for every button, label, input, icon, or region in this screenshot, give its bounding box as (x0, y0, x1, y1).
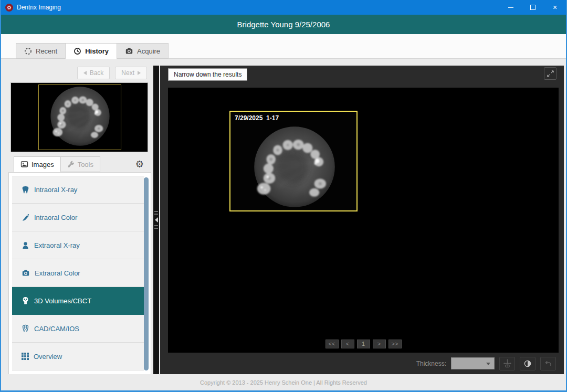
pan-eye-icon (503, 359, 512, 368)
left-panel: Back Next (6, 65, 152, 377)
ct-axial-image (253, 125, 337, 211)
category-list: Intraoral X-ray Intraoral Color Extraora… (8, 172, 151, 377)
undo-button[interactable] (540, 357, 556, 370)
category-extraoral-color[interactable]: Extraoral Color (12, 259, 144, 287)
expand-arrows-icon (547, 70, 554, 78)
contrast-icon (523, 359, 532, 368)
back-button-label: Back (90, 69, 104, 77)
head-icon (22, 241, 29, 249)
skull-icon (22, 296, 29, 305)
splitter-grip (154, 214, 158, 215)
camera-icon (22, 269, 30, 277)
panel-splitter[interactable] (153, 66, 159, 374)
intraoral-wand-icon (22, 214, 29, 221)
history-clock-icon (74, 47, 81, 55)
tab-recent[interactable]: Recent (16, 43, 66, 59)
page-last-button[interactable]: >> (388, 340, 402, 348)
page-first-button[interactable]: << (326, 340, 339, 348)
tab-tools[interactable]: Tools (61, 156, 100, 172)
settings-gear-icon[interactable]: ⚙ (135, 156, 144, 172)
undo-icon (544, 359, 552, 368)
splitter-grip (154, 228, 158, 229)
category-label: Overview (34, 353, 62, 361)
category-cad-cam-ios[interactable]: CAD/CAM/IOS (12, 315, 144, 343)
copyright-text: Copyright © 2013 - 2025 Henry Schein One… (200, 379, 367, 386)
tab-images[interactable]: Images (14, 156, 61, 172)
tab-history-label: History (85, 47, 109, 55)
app-title: Dentrix Imaging (17, 4, 61, 11)
grid-icon (22, 353, 29, 360)
tab-acquire[interactable]: Acquire (117, 43, 169, 59)
pagination: << < 1 > >> (168, 340, 559, 348)
main-panel: Narrow down the results 7/29/2025 1-17 (160, 66, 564, 374)
pan-view-button[interactable] (499, 357, 515, 370)
titlebar: ✿ Dentrix Imaging × (1, 0, 566, 15)
splitter-grip (154, 225, 158, 226)
thumbnail-selection-frame[interactable] (38, 84, 121, 150)
list-scrollbar[interactable] (144, 177, 149, 370)
next-button-label: Next (121, 69, 134, 77)
image-tile-selected[interactable]: 7/29/2025 1-17 (229, 111, 358, 211)
thickness-label: Thickness: (416, 360, 446, 367)
collapse-left-icon (155, 217, 158, 223)
tab-recent-label: Recent (36, 47, 57, 55)
main-tabstrip: Recent History Acquire (16, 43, 169, 59)
tab-tools-label: Tools (78, 161, 93, 168)
minimize-icon (508, 7, 513, 8)
page-prev-button[interactable]: < (341, 340, 354, 348)
narrow-results-button[interactable]: Narrow down the results (168, 68, 247, 81)
fullscreen-button[interactable] (544, 67, 556, 80)
category-intraoral-xray[interactable]: Intraoral X-ray (12, 176, 144, 204)
category-label: Intraoral Color (34, 214, 77, 221)
close-button[interactable]: × (544, 0, 566, 15)
splitter-grip (154, 211, 158, 212)
category-label: Extraoral Color (35, 269, 80, 277)
category-label: Extraoral X-ray (34, 241, 80, 249)
crown-icon (22, 324, 29, 333)
wrench-icon (67, 161, 75, 168)
app-window: ✿ Dentrix Imaging × Bridgette Young 9/25… (0, 0, 567, 392)
thickness-dropdown[interactable] (451, 357, 495, 369)
category-extraoral-xray[interactable]: Extraoral X-ray (12, 231, 144, 259)
image-canvas[interactable]: 7/29/2025 1-17 << < 1 > >> (168, 88, 559, 353)
dentrix-logo-icon: ✿ (5, 4, 13, 12)
bottom-toolbar: Thickness: (160, 353, 564, 374)
tab-images-label: Images (32, 161, 54, 168)
category-label: Intraoral X-ray (34, 186, 77, 194)
category-label: 3D Volumes/CBCT (34, 297, 91, 305)
next-arrow-icon (138, 71, 141, 75)
tab-history[interactable]: History (66, 43, 117, 59)
category-label: CAD/CAM/IOS (34, 325, 79, 333)
close-icon: × (553, 4, 557, 11)
maximize-button[interactable] (522, 0, 544, 15)
category-intraoral-color[interactable]: Intraoral Color (12, 204, 144, 231)
page-number-button[interactable]: 1 (357, 340, 370, 348)
patient-title: Bridgette Young 9/25/2006 (237, 20, 330, 29)
image-tile-label: 7/29/2025 1-17 (235, 114, 279, 122)
refresh-dashed-icon (24, 47, 32, 55)
panel-tabstrip: Images Tools (14, 156, 100, 172)
back-arrow-icon (83, 71, 87, 75)
ct-thumbnail-image (49, 86, 111, 149)
minimize-button[interactable] (500, 0, 522, 15)
image-icon (20, 161, 28, 168)
category-3d-volumes-cbct[interactable]: 3D Volumes/CBCT (12, 287, 144, 315)
contrast-button[interactable] (520, 357, 536, 370)
category-overview[interactable]: Overview (12, 343, 144, 370)
page-next-button[interactable]: > (373, 340, 386, 348)
maximize-icon (530, 5, 536, 10)
tab-acquire-label: Acquire (137, 47, 160, 55)
thumbnail-panel[interactable] (10, 82, 148, 152)
tooth-icon (22, 186, 29, 194)
chevron-down-icon (486, 363, 490, 365)
back-button[interactable]: Back (77, 67, 110, 79)
footer: Copyright © 2013 - 2025 Henry Schein One… (1, 374, 566, 390)
camera-icon (125, 47, 133, 55)
next-button[interactable]: Next (115, 67, 147, 79)
patient-header: Bridgette Young 9/25/2006 (1, 15, 566, 34)
